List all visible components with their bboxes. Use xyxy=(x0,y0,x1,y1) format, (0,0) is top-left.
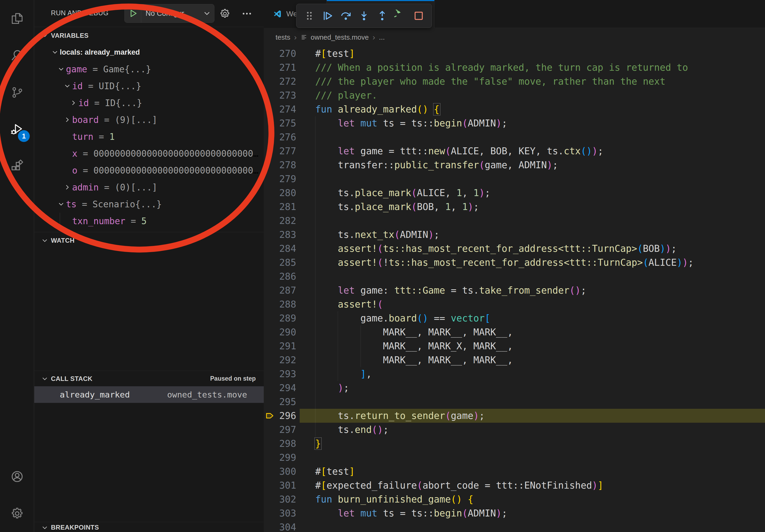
code-line: 301#[expected_failure(abort_code = ttt::… xyxy=(264,478,765,492)
code-line: 277 let game = ttt::new(ALICE, BOB, KEY,… xyxy=(264,144,765,158)
line-number[interactable]: 289 xyxy=(264,313,296,324)
breadcrumb-item[interactable]: ... xyxy=(379,33,385,42)
code-line-text: let game: ttt::Game = ts.take_from_sende… xyxy=(296,285,586,296)
line-number[interactable]: 304 xyxy=(264,522,296,532)
line-number[interactable]: 300 xyxy=(264,466,296,477)
call-stack-section-title: CALL STACK xyxy=(51,375,93,383)
line-number[interactable]: 276 xyxy=(264,132,296,142)
line-number[interactable]: 295 xyxy=(264,397,296,407)
variable-row[interactable]: id = ID{...} xyxy=(34,95,264,112)
debug-step-into-button[interactable] xyxy=(355,6,373,25)
code-line-text: assert!( xyxy=(296,299,383,310)
activity-item-search[interactable] xyxy=(0,37,34,74)
line-number[interactable]: 302 xyxy=(264,494,296,505)
line-number[interactable]: 294 xyxy=(264,383,296,393)
chevron-right-icon[interactable] xyxy=(63,183,71,191)
line-number[interactable]: 297 xyxy=(264,424,296,435)
variable-text: x = 000000000000000000000000000000000000 xyxy=(72,148,262,159)
code-editor[interactable]: 270#[test]271/// When a position is alre… xyxy=(264,47,765,532)
code-line-text: ts.next_tx(ADMIN); xyxy=(296,229,439,240)
code-line-text: game.board() == vector[ xyxy=(296,313,490,324)
chevron-right-icon[interactable] xyxy=(63,116,71,124)
code-line-text: ts.return_to_sender(game); xyxy=(296,410,485,421)
line-number[interactable]: 291 xyxy=(264,341,296,352)
activity-item-run-and-debug[interactable]: 1 xyxy=(0,111,34,148)
variable-row[interactable]: turn = 1 xyxy=(34,128,264,145)
activity-item-source-control[interactable] xyxy=(0,74,34,111)
variable-name: game xyxy=(66,64,87,75)
variable-value: UID{...} xyxy=(99,81,141,91)
line-number[interactable]: 288 xyxy=(264,299,296,310)
line-number[interactable]: 280 xyxy=(264,187,296,198)
code-line: 278 transfer::public_transfer(game, ADMI… xyxy=(264,158,765,172)
variables-section-header[interactable]: VARIABLES xyxy=(34,27,264,44)
activity-item-settings[interactable] xyxy=(0,495,34,532)
line-number[interactable]: 274 xyxy=(264,104,296,115)
chevron-right-icon[interactable] xyxy=(69,99,77,107)
debug-step-over-button[interactable] xyxy=(337,6,355,25)
variable-row[interactable]: txn_number = 5 xyxy=(34,213,264,230)
line-number[interactable]: 281 xyxy=(264,201,296,212)
line-number[interactable]: 283 xyxy=(264,229,296,240)
variable-row[interactable]: admin = (0)[...] xyxy=(34,179,264,196)
line-number[interactable]: 277 xyxy=(264,146,296,156)
line-number[interactable]: 284 xyxy=(264,243,296,254)
line-number[interactable]: 303 xyxy=(264,508,296,519)
line-number[interactable]: 273 xyxy=(264,90,296,101)
activity-item-explorer[interactable] xyxy=(0,0,34,37)
variable-row[interactable]: o = 000000000000000000000000000000000000 xyxy=(34,162,264,179)
variable-row[interactable]: x = 000000000000000000000000000000000000 xyxy=(34,145,264,162)
equals-sign: = xyxy=(77,199,93,209)
chevron-down-icon[interactable] xyxy=(57,200,65,208)
breadcrumb-item[interactable]: owned_tests.move xyxy=(301,33,369,42)
code-line: 290 MARK__, MARK__, MARK__, xyxy=(264,325,765,339)
explorer-icon xyxy=(10,12,24,25)
variable-row[interactable]: ts = Scenario{...} xyxy=(34,196,264,213)
code-line-text: assert!(!ts::has_most_recent_for_address… xyxy=(296,257,694,268)
line-number[interactable]: 278 xyxy=(264,160,296,170)
activity-item-extensions[interactable] xyxy=(0,148,34,185)
breakpoints-section-header[interactable]: BREAKPOINTS xyxy=(34,522,264,532)
line-number[interactable]: 272 xyxy=(264,76,296,87)
line-number[interactable]: 301 xyxy=(264,480,296,491)
activity-item-accounts[interactable] xyxy=(0,458,34,495)
line-number[interactable]: 298 xyxy=(264,438,296,449)
code-line: 276 xyxy=(264,130,765,144)
line-number[interactable]: 279 xyxy=(264,173,296,184)
start-debug-button[interactable] xyxy=(125,4,141,23)
debug-config-dropdown[interactable]: No Configur xyxy=(124,4,215,23)
line-number[interactable]: 282 xyxy=(264,215,296,226)
line-number[interactable]: 293 xyxy=(264,369,296,379)
debug-restart-button[interactable] xyxy=(391,6,409,25)
line-number[interactable]: 270 xyxy=(264,48,296,59)
line-number[interactable]: 271 xyxy=(264,62,296,73)
debug-stop-button[interactable] xyxy=(409,6,428,25)
call-stack-frame[interactable]: already_markedowned_tests.move xyxy=(34,386,264,403)
debug-step-out-button[interactable] xyxy=(373,6,391,25)
line-number[interactable]: 292 xyxy=(264,355,296,366)
variable-row[interactable]: game = Game{...} xyxy=(34,61,264,78)
equals-sign: = xyxy=(83,81,99,91)
variable-row[interactable]: board = (9)[...] xyxy=(34,112,264,128)
debug-continue-button[interactable] xyxy=(319,6,337,25)
chevron-down-icon[interactable] xyxy=(51,48,59,56)
config-dropdown-label: No Configur xyxy=(141,9,202,18)
chevron-down-icon[interactable] xyxy=(57,65,65,73)
breadcrumb-item[interactable]: tests xyxy=(276,33,290,42)
more-actions-icon[interactable] xyxy=(241,8,253,19)
call-stack-section-header[interactable]: CALL STACK Paused on step xyxy=(34,371,264,386)
gear-icon[interactable] xyxy=(219,8,231,19)
line-number[interactable]: 286 xyxy=(264,271,296,282)
line-number[interactable]: 275 xyxy=(264,118,296,129)
line-number[interactable]: 287 xyxy=(264,285,296,296)
chevron-down-icon[interactable] xyxy=(63,82,71,90)
variable-row-scope[interactable]: locals: already_marked xyxy=(34,44,264,61)
line-number[interactable]: 299 xyxy=(264,452,296,463)
variable-row[interactable]: id = UID{...} xyxy=(34,78,264,95)
chevron-down-icon xyxy=(41,32,49,40)
line-number[interactable]: 285 xyxy=(264,257,296,268)
line-number[interactable]: 290 xyxy=(264,327,296,338)
code-line-text: fun already_marked() { xyxy=(296,104,439,115)
watch-section-header[interactable]: WATCH xyxy=(34,232,264,249)
variable-text: id = ID{...} xyxy=(78,98,142,108)
